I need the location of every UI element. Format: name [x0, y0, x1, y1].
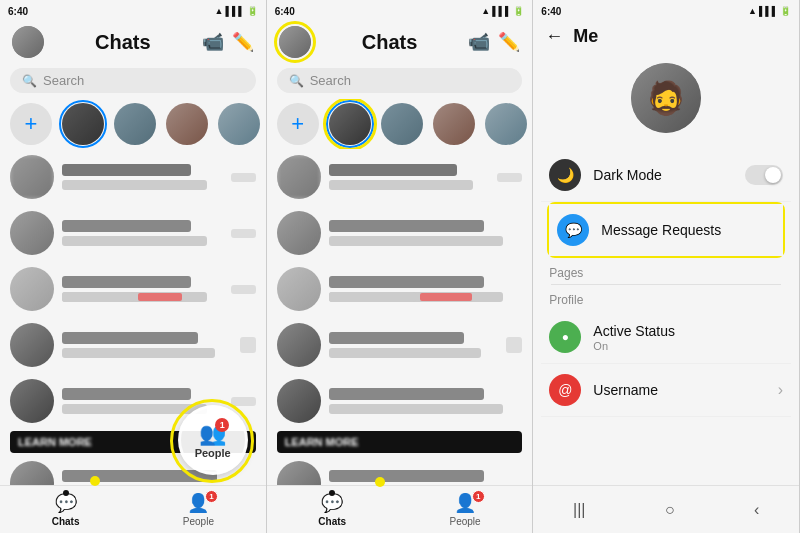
story-2-3[interactable]	[433, 103, 475, 145]
chat-right-3	[231, 285, 256, 294]
dark-mode-label: Dark Mode	[593, 167, 733, 183]
video-icon-2[interactable]: 📹	[468, 31, 490, 53]
signal-icon-2: ▌▌▌	[492, 6, 511, 16]
chat-msg-2-1	[329, 180, 474, 190]
chat-time-2	[231, 229, 256, 238]
chevron-right-icon: ›	[778, 381, 783, 399]
nav-people-badge-2: 1	[472, 490, 485, 503]
add-story-item-2[interactable]: +	[277, 103, 319, 145]
chat-right-2-1	[497, 173, 522, 182]
chat-item-4[interactable]	[0, 317, 266, 373]
me-header: ← Me	[533, 22, 799, 53]
story-avatar-3	[166, 103, 208, 145]
banner-2: LEARN MORE	[277, 431, 523, 453]
compose-icon-1[interactable]: ✏️	[232, 31, 254, 53]
dark-mode-item[interactable]: 🌙 Dark Mode	[541, 149, 791, 202]
chat-time-2-1	[497, 173, 522, 182]
story-row-1: +	[0, 99, 266, 149]
chat-name-4	[62, 332, 198, 344]
username-icon: @	[549, 374, 581, 406]
search-bar-1[interactable]: 🔍 Search	[10, 68, 256, 93]
story-2-2[interactable]	[381, 103, 423, 145]
story-2-4[interactable]	[485, 103, 527, 145]
circle-icon: ●	[562, 330, 569, 344]
status-bar-2: 6:40 ▲ ▌▌▌ 🔋	[267, 0, 533, 22]
chat-item-2-6[interactable]	[267, 455, 533, 485]
search-icon-2: 🔍	[289, 74, 304, 88]
story-1[interactable]	[62, 103, 104, 145]
chat-item-2-3[interactable]	[267, 261, 533, 317]
chat-name-2-5	[329, 388, 484, 400]
bottom-nav-3: ||| ○ ‹	[533, 485, 799, 533]
chat-info-2	[62, 220, 223, 246]
chats-nav-label-2: Chats	[318, 516, 346, 527]
dark-mode-icon: 🌙	[549, 159, 581, 191]
active-status-item[interactable]: ● Active Status On	[541, 311, 791, 364]
dark-mode-toggle[interactable]	[745, 165, 783, 185]
chat-name-2-4	[329, 332, 465, 344]
chat-name-2-1	[329, 164, 458, 176]
chat-item-2[interactable]	[0, 205, 266, 261]
chat-info-2-3	[329, 276, 523, 302]
chat-msg-3	[62, 292, 207, 302]
chat-right-1	[231, 173, 256, 182]
chat-avatar-2-6	[277, 461, 321, 485]
chat-msg-2	[62, 236, 207, 246]
android-nav-menu[interactable]: |||	[573, 501, 585, 519]
nav-people-1[interactable]: 👤 1 People	[183, 492, 214, 527]
bottom-nav-1: 💬 Chats 👤 1 People	[0, 485, 266, 533]
compose-icon-2[interactable]: ✏️	[498, 31, 520, 53]
active-status-label: Active Status	[593, 323, 675, 339]
add-story-btn[interactable]: +	[10, 103, 52, 145]
back-button[interactable]: ←	[545, 26, 563, 47]
message-requests-item[interactable]: 💬 Message Requests	[549, 204, 783, 256]
active-status-icon: ●	[549, 321, 581, 353]
app-header-2: Chats 📹 ✏️	[267, 22, 533, 64]
search-bar-2[interactable]: 🔍 Search	[277, 68, 523, 93]
panel-2: 6:40 ▲ ▌▌▌ 🔋 Chats 📹 ✏️ 🔍 Search +	[267, 0, 534, 533]
chat-avatar-2-3	[277, 267, 321, 311]
chat-name-2-6	[329, 470, 484, 482]
username-item[interactable]: @ Username ›	[541, 364, 791, 417]
video-icon-1[interactable]: 📹	[202, 31, 224, 53]
chat-item-2-4[interactable]	[267, 317, 533, 373]
profile-section-label: Profile	[541, 285, 791, 311]
nav-chats-1[interactable]: 💬 Chats	[52, 492, 80, 527]
panel-3: 6:40 ▲ ▌▌▌ 🔋 ← Me 🧔 🌙 Dark Mode	[533, 0, 800, 533]
message-requests-label: Message Requests	[601, 222, 775, 238]
chat-item-1[interactable]	[0, 149, 266, 205]
signal-icon-3: ▌▌▌	[759, 6, 778, 16]
chat-right-2-4	[506, 337, 522, 353]
nav-people-2[interactable]: 👤 1 People	[450, 492, 481, 527]
chat-avatar-4	[10, 323, 54, 367]
story-2[interactable]	[114, 103, 156, 145]
add-story-item[interactable]: +	[10, 103, 52, 145]
chat-right-2	[231, 229, 256, 238]
story-4[interactable]	[218, 103, 260, 145]
chat-item-2-2[interactable]	[267, 205, 533, 261]
story-3[interactable]	[166, 103, 208, 145]
chat-item-3[interactable]	[0, 261, 266, 317]
chat-name-3	[62, 276, 191, 288]
chat-name-1	[62, 164, 191, 176]
chat-msg-5	[62, 404, 207, 414]
app-title-2: Chats	[362, 31, 418, 54]
chat-item-2-5[interactable]	[267, 373, 533, 429]
status-time-3: 6:40	[541, 6, 561, 17]
me-avatar[interactable]: 🧔	[631, 63, 701, 133]
user-avatar-2[interactable]	[279, 26, 311, 58]
chat-name-2	[62, 220, 191, 232]
people-label: People	[195, 447, 231, 459]
chat-avatar-2-2	[277, 211, 321, 255]
chat-item-2-1[interactable]	[267, 149, 533, 205]
chat-name-2-3	[329, 276, 484, 288]
chat-avatar-5	[10, 379, 54, 423]
story-2-1[interactable]	[329, 103, 371, 145]
android-nav-back[interactable]: ‹	[754, 501, 759, 519]
story-avatar-2	[114, 103, 156, 145]
user-avatar-1[interactable]	[12, 26, 44, 58]
android-nav-home[interactable]: ○	[665, 501, 675, 519]
people-overlay[interactable]: 👥 1 People	[178, 405, 248, 475]
add-story-btn-2[interactable]: +	[277, 103, 319, 145]
nav-chats-2[interactable]: 💬 Chats	[318, 492, 346, 527]
